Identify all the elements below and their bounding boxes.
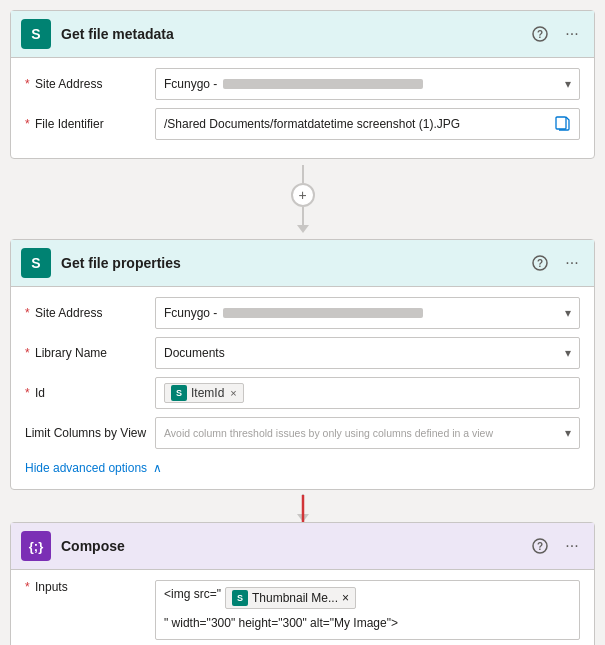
file-identifier-input[interactable]: /Shared Documents/formatdatetime screens… xyxy=(155,108,580,140)
get-file-metadata-card: S Get file metadata ? ··· * Site Address… xyxy=(10,10,595,159)
dropdown-arrow-icon-2: ▾ xyxy=(565,306,571,320)
help-button-3[interactable]: ? xyxy=(528,534,552,558)
blurred-url-2 xyxy=(223,308,423,318)
get-file-metadata-header: S Get file metadata ? ··· xyxy=(11,11,594,58)
card-actions-2: ? ··· xyxy=(528,251,584,275)
get-file-metadata-body: * Site Address Fcunygo - ▾ * File Identi… xyxy=(11,58,594,158)
input-text-after: " width="300" height="300" alt="My Image… xyxy=(164,616,398,630)
site-address-value: Fcunygo - xyxy=(164,77,565,91)
item-id-tag: S ItemId × xyxy=(164,383,244,403)
limit-columns-row: Limit Columns by View Avoid column thres… xyxy=(25,417,580,449)
site-address-row-2: * Site Address Fcunygo - ▾ xyxy=(25,297,580,329)
get-file-properties-card: S Get file properties ? ··· * Site Addre… xyxy=(10,239,595,490)
site-address-value-2: Fcunygo - xyxy=(164,306,565,320)
file-identifier-row: * File Identifier /Shared Documents/form… xyxy=(25,108,580,140)
connector-1: + xyxy=(10,159,595,239)
svg-text:?: ? xyxy=(537,541,543,552)
site-address-dropdown[interactable]: Fcunygo - ▾ xyxy=(155,68,580,100)
compose-card: {;} Compose ? ··· * Inputs <img src=" S xyxy=(10,522,595,645)
compose-body: * Inputs <img src=" S Thumbnail Me... × … xyxy=(11,570,594,645)
library-name-row: * Library Name Documents ▾ xyxy=(25,337,580,369)
connector-line-top xyxy=(302,165,304,183)
inputs-label: * Inputs xyxy=(25,580,155,594)
connector-2 xyxy=(10,490,595,522)
get-file-metadata-icon: S xyxy=(21,19,51,49)
id-label: * Id xyxy=(25,386,155,400)
site-address-label: * Site Address xyxy=(25,77,155,91)
library-name-label: * Library Name xyxy=(25,346,155,360)
limit-columns-dropdown[interactable]: Avoid column threshold issues by only us… xyxy=(155,417,580,449)
get-file-properties-header: S Get file properties ? ··· xyxy=(11,240,594,287)
tag-icon: S xyxy=(171,385,187,401)
remove-tag-button[interactable]: × xyxy=(230,387,236,399)
thumbnail-tag: S Thumbnail Me... × xyxy=(225,587,356,609)
card-actions: ? ··· xyxy=(528,22,584,46)
thumbnail-tag-icon: S xyxy=(232,590,248,606)
plus-button[interactable]: + xyxy=(291,183,315,207)
card-actions-3: ? ··· xyxy=(528,534,584,558)
compose-title: Compose xyxy=(61,538,528,554)
get-file-properties-body: * Site Address Fcunygo - ▾ * Library Nam… xyxy=(11,287,594,489)
library-name-dropdown[interactable]: Documents ▾ xyxy=(155,337,580,369)
id-tag-container[interactable]: S ItemId × xyxy=(155,377,580,409)
get-file-properties-icon: S xyxy=(21,248,51,278)
blurred-url xyxy=(223,79,423,89)
get-file-properties-title: Get file properties xyxy=(61,255,528,271)
compose-header: {;} Compose ? ··· xyxy=(11,523,594,570)
site-address-label-2: * Site Address xyxy=(25,306,155,320)
compose-input-box[interactable]: <img src=" S Thumbnail Me... × " width="… xyxy=(155,580,580,640)
svg-text:?: ? xyxy=(537,258,543,269)
svg-text:?: ? xyxy=(537,29,543,40)
file-identifier-label: * File Identifier xyxy=(25,117,155,131)
limit-columns-label: Limit Columns by View xyxy=(25,426,155,440)
more-button-2[interactable]: ··· xyxy=(560,251,584,275)
dropdown-arrow-icon: ▾ xyxy=(565,77,571,91)
get-file-metadata-title: Get file metadata xyxy=(61,26,528,42)
compose-icon: {;} xyxy=(21,531,51,561)
help-button-2[interactable]: ? xyxy=(528,251,552,275)
chevron-up-icon: ∧ xyxy=(153,461,162,475)
arrow-down-icon xyxy=(297,225,309,233)
inputs-row: * Inputs <img src=" S Thumbnail Me... × … xyxy=(25,580,580,640)
more-button[interactable]: ··· xyxy=(560,22,584,46)
remove-thumbnail-button[interactable]: × xyxy=(342,591,349,605)
help-button[interactable]: ? xyxy=(528,22,552,46)
dropdown-arrow-icon-4: ▾ xyxy=(565,426,571,440)
id-row: * Id S ItemId × xyxy=(25,377,580,409)
site-address-row: * Site Address Fcunygo - ▾ xyxy=(25,68,580,100)
hide-advanced-toggle[interactable]: Hide advanced options ∧ xyxy=(25,457,580,479)
connector-line-bottom xyxy=(302,207,304,225)
dropdown-arrow-icon-3: ▾ xyxy=(565,346,571,360)
site-address-dropdown-2[interactable]: Fcunygo - ▾ xyxy=(155,297,580,329)
more-button-3[interactable]: ··· xyxy=(560,534,584,558)
file-picker-icon xyxy=(555,115,571,134)
input-text-before: <img src=" xyxy=(164,587,221,601)
svg-rect-2 xyxy=(556,117,566,129)
